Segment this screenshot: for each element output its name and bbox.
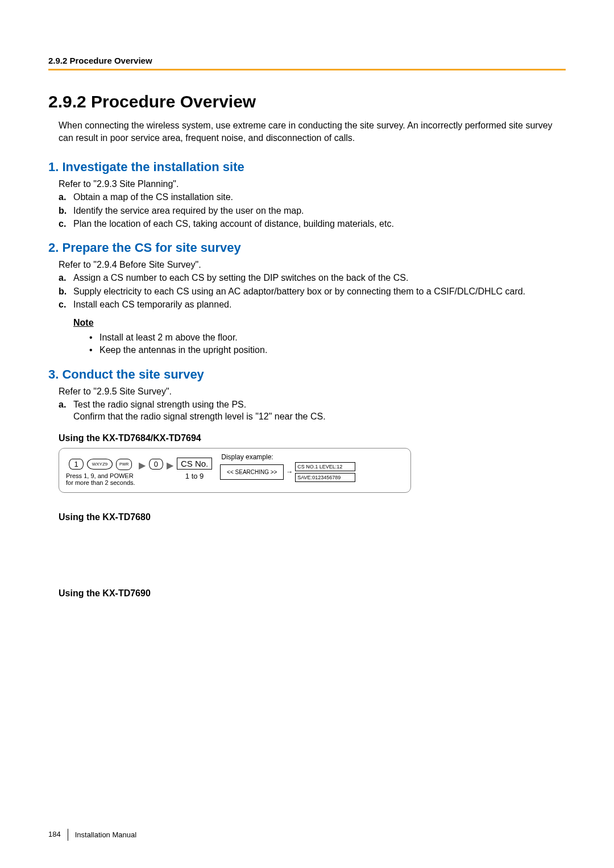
subhead-kx-td7690: Using the KX-TD7690	[59, 588, 566, 599]
list-item-text: Confirm that the radio signal strength l…	[73, 412, 326, 421]
list-item-text: Plan the location of each CS, taking acc…	[73, 219, 394, 229]
display-example-block: Display example: << SEARCHING >> → CS NO…	[220, 453, 355, 482]
key-sequence-column: 1 WXYZ9 PWR Press 1, 9, and POWER for mo…	[66, 455, 135, 487]
result-arrow-icon: →	[286, 468, 293, 476]
section-2-list: a.Assign a CS number to each CS by setti…	[59, 272, 566, 311]
page-footer: 184 Installation Manual	[48, 829, 136, 841]
subhead-kx-td7684: Using the KX-TD7684/KX-TD7694	[59, 433, 566, 443]
list-item: a.Assign a CS number to each CS by setti…	[59, 272, 566, 284]
section-3-heading: 3. Conduct the site survey	[48, 367, 566, 382]
press-caption: Press 1, 9, and POWER for more than 2 se…	[66, 472, 135, 487]
list-item: c.Install each CS temporarily as planned…	[59, 298, 566, 311]
list-item: c.Plan the location of each CS, taking a…	[59, 218, 566, 230]
note-list: Install at least 2 m above the floor. Ke…	[89, 331, 566, 357]
list-item-text: Install each CS temporarily as planned.	[73, 300, 231, 309]
list-item-text: Identify the service area required by th…	[73, 206, 304, 215]
section-3-list: a. Test the radio signal strength using …	[59, 398, 566, 423]
page-number: 184	[48, 829, 68, 841]
cs-no-caption: 1 to 9	[185, 472, 204, 480]
section-3-refer: Refer to "2.9.5 Site Survey".	[59, 387, 566, 397]
list-item: a.Obtain a map of the CS installation si…	[59, 191, 566, 203]
list-item-text: Supply electricity to each CS using an A…	[73, 286, 525, 296]
list-item: a. Test the radio signal strength using …	[59, 398, 566, 423]
note-title: Note	[73, 318, 566, 328]
procedure-diagram: 1 WXYZ9 PWR Press 1, 9, and POWER for mo…	[59, 448, 411, 493]
note-item: Install at least 2 m above the floor.	[89, 331, 566, 344]
lcd-cs-level: CS NO.1 LEVEL:12	[295, 462, 355, 471]
page-title: 2.9.2 Procedure Overview	[48, 92, 566, 111]
key-9-icon: WXYZ9	[87, 459, 113, 470]
step-arrow-icon: ▶	[167, 460, 173, 471]
section-2-refer: Refer to "2.9.4 Before Site Survey".	[59, 260, 566, 270]
list-item-text: Test the radio signal strength using the…	[73, 400, 246, 409]
intro-paragraph: When connecting the wireless system, use…	[59, 119, 566, 144]
power-key-icon: PWR	[116, 459, 132, 470]
step-arrow-icon: ▶	[139, 460, 146, 471]
key-0-icon: 0	[149, 459, 163, 470]
section-1-list: a.Obtain a map of the CS installation si…	[59, 191, 566, 230]
section-1-refer: Refer to "2.9.3 Site Planning".	[59, 179, 566, 189]
doc-title-footer: Installation Manual	[75, 830, 136, 839]
list-item-text: Assign a CS number to each CS by setting…	[73, 273, 408, 283]
section-2-heading: 2. Prepare the CS for site survey	[48, 240, 566, 255]
note-item: Keep the antennas in the upright positio…	[89, 344, 566, 356]
lcd-save: SAVE:0123456789	[295, 473, 355, 482]
list-item-text: Obtain a map of the CS installation site…	[73, 192, 233, 202]
running-header: 2.9.2 Procedure Overview	[48, 56, 566, 65]
lcd-searching: << SEARCHING >>	[220, 464, 284, 480]
list-item: b.Identify the service area required by …	[59, 205, 566, 217]
section-1-heading: 1. Investigate the installation site	[48, 160, 566, 175]
display-example-label: Display example:	[220, 453, 355, 461]
note-block: Note Install at least 2 m above the floo…	[73, 318, 566, 357]
cs-no-box: CS No.	[177, 458, 212, 470]
key-1-icon: 1	[69, 459, 83, 470]
subhead-kx-td7680: Using the KX-TD7680	[59, 512, 566, 522]
list-item: b.Supply electricity to each CS using an…	[59, 285, 566, 298]
header-rule	[48, 69, 566, 70]
